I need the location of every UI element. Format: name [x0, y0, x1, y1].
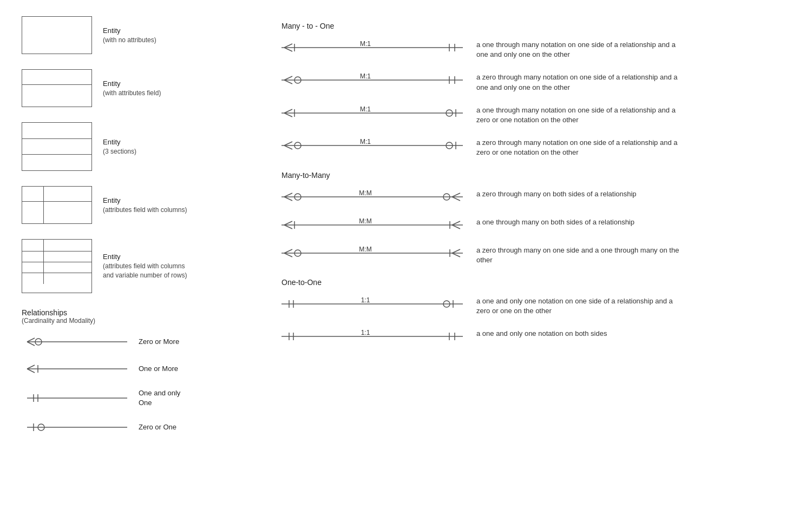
m1-row3: M:1 a one through many notation on one s…: [281, 105, 790, 125]
svg-line-22: [284, 76, 292, 80]
entity-rows-row1: [22, 251, 91, 262]
entity-rows-row3: [22, 273, 91, 284]
mm-row2-notation: M:M: [281, 217, 466, 233]
11-row1-notation: 1:1: [281, 296, 466, 312]
svg-text:M:1: M:1: [360, 72, 371, 80]
svg-line-36: [284, 142, 292, 145]
rel-zero-or-more: Zero or More: [22, 334, 249, 349]
m1-row4-notation: M:1: [281, 138, 466, 153]
left-column: Entity (with no attributes) Entity (with…: [22, 16, 249, 447]
one-or-more-label: One or More: [139, 364, 178, 374]
entity-attr-box: [22, 69, 92, 107]
11-row1-label: a one and only one notation on one side …: [476, 296, 682, 316]
svg-line-6: [27, 369, 35, 373]
svg-text:M:1: M:1: [360, 105, 371, 113]
section-many-to-one: Many - to - One M:1: [281, 22, 790, 158]
entity-rows-row2: [22, 262, 91, 273]
11-row2-label: a one and only one notation on both side…: [476, 329, 607, 339]
section-one-to-one: One-to-One 1:1 a one: [281, 278, 790, 344]
mm-row1-svg: M:M: [281, 189, 466, 204]
m1-row4-label: a zero through many notation on one side…: [476, 138, 682, 157]
svg-line-2: [27, 342, 35, 346]
m1-row1-notation: M:1: [281, 40, 466, 55]
m1-row4-svg: M:1: [281, 138, 466, 153]
entity-rows-header: [22, 240, 91, 251]
entity-cols-body-div: [22, 202, 44, 223]
mm-row1-label: a zero through many on both sides of a r…: [476, 189, 637, 199]
svg-line-29: [284, 109, 292, 113]
zero-or-one-svg: [22, 420, 130, 435]
entity-cols-header-div: [22, 187, 44, 201]
11-row2-notation: 1:1: [281, 329, 466, 344]
entity-rows-row1-div: [22, 251, 44, 262]
svg-line-43: [284, 193, 292, 197]
entity-3sec-sec1: [22, 123, 91, 139]
svg-line-1: [27, 338, 35, 342]
svg-line-60: [284, 253, 292, 257]
svg-line-16: [284, 48, 292, 51]
main-layout: Entity (with no attributes) Entity (with…: [22, 16, 790, 447]
entity-attr-header: [22, 70, 91, 85]
one-and-only-one-label: One and onlyOne: [139, 388, 180, 408]
svg-line-15: [284, 44, 292, 48]
m1-row3-svg: M:1: [281, 105, 466, 121]
entity-rows-row3-div: [22, 273, 44, 284]
entity-cols-header: [22, 187, 91, 202]
right-column: Many - to - One M:1: [249, 16, 790, 447]
m1-row2-svg: M:1: [281, 72, 466, 88]
11-row2-svg: 1:1: [281, 329, 466, 344]
svg-text:M:M: M:M: [359, 217, 371, 225]
entity-cols-item: Entity (attributes field with columns): [22, 186, 249, 224]
svg-line-44: [284, 197, 292, 201]
relationships-title-block: Relationships (Cardinality and Modality): [22, 308, 249, 325]
entity-cols-box: [22, 186, 92, 224]
many-to-one-title: Many - to - One: [281, 22, 790, 30]
svg-line-49: [452, 197, 460, 201]
entity-3sec-sec2: [22, 139, 91, 155]
rel-one-or-more: One or More: [22, 361, 249, 376]
mm-row3-svg: M:M: [281, 246, 466, 261]
svg-text:M:M: M:M: [359, 189, 371, 197]
many-to-many-title: Many-to-Many: [281, 171, 790, 180]
svg-line-65: [452, 253, 460, 257]
entity-plain-item: Entity (with no attributes): [22, 16, 249, 54]
mm-row2-svg: M:M: [281, 217, 466, 233]
mm-row1-notation: M:M: [281, 189, 466, 204]
entity-rows-label: Entity (attributes field with columns an…: [103, 252, 189, 280]
one-and-only-one-svg: [22, 390, 130, 406]
svg-line-30: [284, 113, 292, 117]
svg-text:1:1: 1:1: [361, 296, 370, 304]
mm-row3: M:M a zero through many on one side and …: [281, 246, 790, 265]
m1-row1-svg: M:1: [281, 40, 466, 55]
mm-row2: M:M a one through many on both sides of …: [281, 217, 790, 233]
svg-text:1:1: 1:1: [361, 329, 370, 336]
entity-attr-item: Entity (with attributes field): [22, 69, 249, 107]
svg-text:M:1: M:1: [360, 138, 371, 145]
svg-line-23: [284, 80, 292, 84]
one-or-more-svg: [22, 361, 130, 376]
m1-row2-label: a zero through many notation on one side…: [476, 72, 682, 92]
entity-3sec-label: Entity (3 sections): [103, 137, 136, 156]
m1-row3-label: a one through many notation on one side …: [476, 105, 682, 125]
entity-3sec-box: [22, 122, 92, 171]
m1-row1-label: a one through many notation on one side …: [476, 40, 682, 59]
svg-line-51: [284, 221, 292, 225]
svg-line-57: [452, 225, 460, 229]
m1-row2-notation: M:1: [281, 72, 466, 88]
zero-or-more-label: Zero or More: [139, 337, 179, 347]
entity-3sec-sec3: [22, 155, 91, 170]
entity-3sec-item: Entity (3 sections): [22, 122, 249, 171]
entity-cols-label: Entity (attributes field with columns): [103, 196, 187, 215]
rel-one-and-only-one: One and onlyOne: [22, 388, 249, 408]
svg-line-59: [284, 249, 292, 253]
m1-row4: M:1 a zero through many notation on one …: [281, 138, 790, 157]
entity-cols-body: [22, 202, 91, 223]
11-row2: 1:1 a one and only one notation on both …: [281, 329, 790, 344]
entity-rows-header-div: [22, 240, 44, 251]
section-many-to-many: Many-to-Many M:M: [281, 171, 790, 265]
svg-text:M:M: M:M: [359, 246, 371, 253]
svg-text:M:1: M:1: [360, 40, 371, 48]
entity-rows-row2-div: [22, 262, 44, 273]
entity-attr-label: Entity (with attributes field): [103, 79, 161, 98]
11-row1-svg: 1:1: [281, 296, 466, 312]
